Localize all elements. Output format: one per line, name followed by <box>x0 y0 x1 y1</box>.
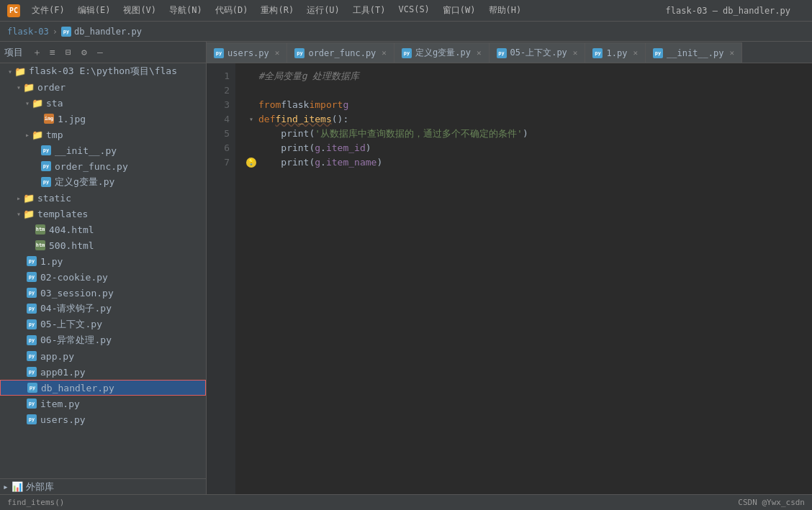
tree-label-users: users.py <box>40 414 86 425</box>
tree-item-define-g[interactable]: py 定义g变量.py <box>0 174 206 190</box>
tab-close-init[interactable]: ✕ <box>730 48 735 58</box>
folder-icon-sta: 📁 <box>32 97 43 109</box>
menu-refactor[interactable]: 重构(R) <box>255 3 299 18</box>
tree-item-session[interactable]: py 03_session.py <box>0 285 206 301</box>
line-num-4: 4 <box>207 112 230 127</box>
bar-chart-icon: 📊 <box>12 481 23 492</box>
tree-item-users[interactable]: py users.py <box>0 411 206 427</box>
tree-label-context: 05-上下文.py <box>40 318 102 331</box>
tab-close-define-g[interactable]: ✕ <box>477 48 482 58</box>
code-line-6: print ( g . item_id ) <box>244 141 803 155</box>
tree-arrow-500 <box>26 241 35 250</box>
tree-item-1jpg[interactable]: img 1.jpg <box>0 111 206 127</box>
tab-icon-1py: py <box>592 48 603 58</box>
tab-context[interactable]: py 05-上下文.py ✕ <box>490 42 586 63</box>
tree-item-flask03[interactable]: ▾ 📁 flask-03 E:\python项目\flas <box>0 63 206 79</box>
fold-arrow-4[interactable]: ▾ <box>249 112 253 127</box>
tree-item-static[interactable]: ▸ 📁 static <box>0 190 206 206</box>
title-bar: PC 文件(F) 编辑(E) 视图(V) 导航(N) 代码(D) 重构(R) 运… <box>0 0 812 22</box>
tree-arrow-tmp: ▸ <box>23 130 32 139</box>
menu-navigate[interactable]: 导航(N) <box>163 3 208 18</box>
sidebar-collapse-icon[interactable]: ⊟ <box>62 46 75 59</box>
menu-tools[interactable]: 工具(T) <box>347 3 392 18</box>
breadcrumb-filename: db_handler.py <box>74 27 142 37</box>
tree-item-app[interactable]: py app.py <box>0 348 206 364</box>
tree-item-hooks[interactable]: py 04-请求钩子.py <box>0 301 206 317</box>
py-icon-users: py <box>26 414 37 425</box>
line-numbers: 1 2 3 4 5 6 7 <box>207 63 235 494</box>
code-var-g: g <box>343 98 348 112</box>
bulb-icon-7[interactable]: 💡 <box>246 158 256 168</box>
tree-item-item[interactable]: py item.py <box>0 396 206 411</box>
menu-run[interactable]: 运行(U) <box>301 3 346 18</box>
tree-item-tmp[interactable]: ▸ 📁 tmp <box>0 127 206 142</box>
tab-close-order-func[interactable]: ✕ <box>382 48 387 58</box>
file-type-icon: py <box>61 27 71 37</box>
py-icon-context: py <box>26 319 37 330</box>
gutter-4: ▾ <box>244 112 258 127</box>
py-icon-order-func: py <box>40 160 52 172</box>
tree-label-item: item.py <box>40 399 80 409</box>
tree-item-order-func[interactable]: py order_func.py <box>0 158 206 174</box>
external-libs-item[interactable]: ▸ 📊 外部库 <box>0 478 206 494</box>
tab-label-1py: 1.py <box>606 48 627 58</box>
tab-close-context[interactable]: ✕ <box>573 48 578 58</box>
sidebar: 项目 ＋ ≡ ⊟ ⚙ — ▾ 📁 flask-03 E:\python项目\fl… <box>0 42 207 494</box>
tabs-bar: py users.py ✕ py order_func.py ✕ py 定义g变… <box>207 42 812 63</box>
tree-arrow-order-func <box>32 162 40 170</box>
tree-item-exception[interactable]: py 06-异常处理.py <box>0 332 206 348</box>
tree-item-cookie[interactable]: py 02-cookie.py <box>0 269 206 285</box>
menu-bar: 文件(F) 编辑(E) 视图(V) 导航(N) 代码(D) 重构(R) 运行(U… <box>26 3 666 18</box>
menu-window[interactable]: 窗口(W) <box>437 3 482 18</box>
tab-close-1py[interactable]: ✕ <box>633 48 638 58</box>
menu-help[interactable]: 帮助(H) <box>483 3 528 18</box>
tree-item-init-py[interactable]: py __init__.py <box>0 142 206 158</box>
code-dot-7: . <box>320 155 326 170</box>
py-icon-define-g: py <box>40 176 52 188</box>
tree-item-context[interactable]: py 05-上下文.py <box>0 317 206 332</box>
tab-icon-users: py <box>214 48 224 58</box>
tree-arrow-1py <box>17 257 26 265</box>
tab-users-py[interactable]: py users.py ✕ <box>207 42 287 63</box>
code-line-2 <box>244 83 803 98</box>
line-num-3: 3 <box>207 98 230 112</box>
tree-arrow-init <box>32 146 40 155</box>
tree-item-500html[interactable]: htm 500.html <box>0 237 206 253</box>
tab-define-g[interactable]: py 定义g变量.py ✕ <box>394 42 490 63</box>
tab-init[interactable]: py __init__.py ✕ <box>646 42 742 63</box>
app-icon: PC <box>7 4 20 17</box>
code-paren-5: ( <box>309 127 315 141</box>
menu-file[interactable]: 文件(F) <box>26 3 71 18</box>
tab-1py[interactable]: py 1.py ✕ <box>585 42 646 63</box>
tree-arrow-define-g <box>32 178 40 186</box>
tree-label-app01: app01.py <box>40 367 86 378</box>
menu-code[interactable]: 代码(D) <box>209 3 254 18</box>
tree-label-db-handler: db_handler.py <box>41 383 114 393</box>
tree-item-app01[interactable]: py app01.py <box>0 364 206 380</box>
tab-close-users[interactable]: ✕ <box>275 48 280 58</box>
code-print-2: print <box>281 141 309 155</box>
sidebar-add-icon[interactable]: ＋ <box>30 46 43 59</box>
tree-label-tmp: tmp <box>46 129 63 140</box>
code-editor[interactable]: #全局变量g 处理数据库 from flask import g <box>235 63 812 494</box>
sidebar-close-icon[interactable]: — <box>94 46 107 59</box>
menu-vcs[interactable]: VCS(S) <box>393 3 436 18</box>
tree-item-sta[interactable]: ▾ 📁 sta <box>0 95 206 111</box>
tab-label-users: users.py <box>227 48 269 58</box>
tree-item-templates[interactable]: ▾ 📁 templates <box>0 206 206 222</box>
tree-item-404html[interactable]: htm 404.html <box>0 222 206 237</box>
menu-view[interactable]: 视图(V) <box>117 3 162 18</box>
tree-item-order[interactable]: ▾ 📁 order <box>0 79 206 95</box>
sidebar-settings-icon[interactable]: ⚙ <box>78 46 91 59</box>
tree-item-1py[interactable]: py 1.py <box>0 253 206 269</box>
sidebar-expand-icon[interactable]: ≡ <box>46 46 59 59</box>
status-bar: find_items() CSDN @Ywx_csdn <box>0 494 812 510</box>
tree-arrow-app01 <box>17 368 26 376</box>
tab-order-func[interactable]: py order_func.py ✕ <box>287 42 394 63</box>
tree-arrow-context <box>17 320 26 329</box>
tree-item-db-handler[interactable]: py db_handler.py <box>0 380 206 396</box>
breadcrumb-project[interactable]: flask-03 <box>7 27 49 37</box>
line-num-5: 5 <box>207 127 230 141</box>
tab-label-init: __init__.py <box>667 48 723 58</box>
menu-edit[interactable]: 编辑(E) <box>72 3 117 18</box>
